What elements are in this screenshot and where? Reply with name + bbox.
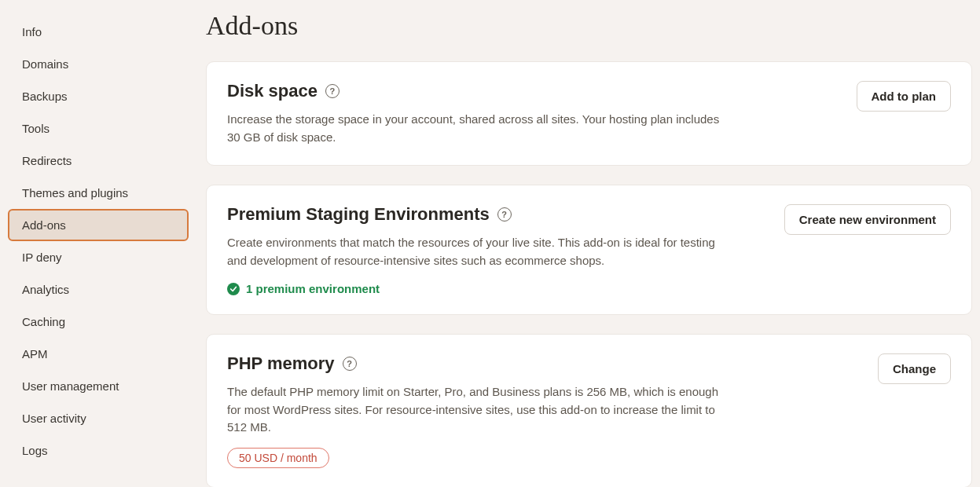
card-disk-space: Disk space ? Increase the storage space …	[206, 61, 972, 166]
sidebar-item-label: Backups	[22, 90, 68, 103]
sidebar-item-info[interactable]: Info	[0, 16, 195, 48]
sidebar-item-ip-deny[interactable]: IP deny	[0, 241, 195, 273]
sidebar-item-label: User activity	[22, 412, 86, 425]
card-description: The default PHP memory limit on Starter,…	[227, 383, 730, 437]
check-circle-icon	[227, 283, 240, 295]
sidebar-item-logs[interactable]: Logs	[0, 434, 195, 467]
card-title: PHP memory	[227, 353, 335, 374]
page-title: Add-ons	[206, 11, 972, 41]
sidebar-item-label: User management	[22, 379, 119, 393]
sidebar-item-domains[interactable]: Domains	[0, 48, 195, 80]
sidebar-item-apm[interactable]: APM	[0, 338, 195, 370]
sidebar-item-tools[interactable]: Tools	[0, 112, 195, 145]
help-icon[interactable]: ?	[343, 357, 357, 371]
card-title: Disk space	[227, 81, 317, 101]
sidebar-item-label: Redirects	[22, 154, 72, 167]
card-title: Premium Staging Environments	[227, 204, 490, 225]
sidebar-item-label: Logs	[22, 444, 48, 457]
sidebar-item-label: Themes and plugins	[22, 186, 128, 200]
sidebar-item-label: IP deny	[22, 251, 62, 264]
sidebar-item-label: Add-ons	[22, 218, 66, 232]
sidebar-item-themes-and-plugins[interactable]: Themes and plugins	[0, 177, 195, 209]
sidebar-item-redirects[interactable]: Redirects	[0, 145, 195, 177]
help-icon[interactable]: ?	[497, 207, 512, 222]
change-button[interactable]: Change	[878, 353, 951, 384]
sidebar-item-analytics[interactable]: Analytics	[0, 273, 195, 306]
price-pill: 50 USD / month	[227, 448, 329, 468]
status-text: 1 premium environment	[246, 282, 380, 295]
card-description: Increase the storage space in your accou…	[227, 111, 730, 146]
card-premium-staging: Premium Staging Environments ? Create en…	[206, 185, 972, 315]
sidebar-item-label: APM	[22, 347, 48, 361]
create-new-environment-button[interactable]: Create new environment	[784, 204, 951, 235]
sidebar-item-caching[interactable]: Caching	[0, 306, 195, 338]
sidebar: Info Domains Backups Tools Redirects The…	[0, 0, 195, 487]
card-php-memory: PHP memory ? The default PHP memory limi…	[206, 334, 972, 487]
sidebar-item-label: Tools	[22, 122, 50, 135]
sidebar-item-user-activity[interactable]: User activity	[0, 402, 195, 434]
sidebar-item-label: Analytics	[22, 283, 69, 296]
sidebar-item-backups[interactable]: Backups	[0, 80, 195, 112]
sidebar-item-user-management[interactable]: User management	[0, 370, 195, 402]
sidebar-item-label: Domains	[22, 57, 68, 71]
sidebar-item-label: Caching	[22, 315, 65, 328]
sidebar-item-add-ons[interactable]: Add-ons	[8, 209, 189, 241]
help-icon[interactable]: ?	[325, 84, 340, 98]
main-content: Add-ons Disk space ? Increase the storag…	[195, 0, 980, 487]
status-row: 1 premium environment	[227, 282, 769, 295]
card-description: Create environments that match the resou…	[227, 234, 730, 269]
sidebar-item-label: Info	[22, 25, 42, 38]
add-to-plan-button[interactable]: Add to plan	[857, 81, 952, 112]
